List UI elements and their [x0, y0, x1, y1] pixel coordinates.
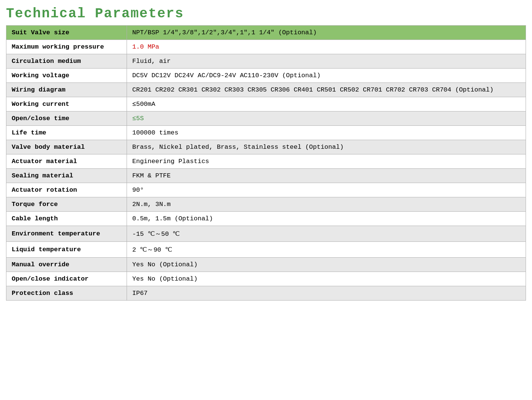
table-row: Open/close time≤5S	[6, 111, 526, 126]
param-label: Torque force	[6, 197, 127, 212]
param-label: Working voltage	[6, 69, 127, 83]
param-label: Manual override	[6, 258, 127, 272]
param-label: Valve body material	[6, 140, 127, 154]
table-row: Environment temperature-15 ℃～50 ℃	[6, 226, 526, 242]
param-value: Engineering Plastics	[127, 154, 526, 169]
param-label: Environment temperature	[6, 226, 127, 242]
table-row: Actuator materialEngineering Plastics	[6, 154, 526, 169]
param-value: FKM & PTFE	[127, 169, 526, 183]
param-value: -15 ℃～50 ℃	[127, 226, 526, 242]
param-value: 90°	[127, 183, 526, 197]
table-row: Suit Valve sizeNPT/BSP 1/4″,3/8″,1/2″,3/…	[6, 26, 526, 40]
param-value: 2N.m, 3N.m	[127, 197, 526, 212]
param-label: Actuator material	[6, 154, 127, 169]
table-row: Protection classIP67	[6, 286, 526, 301]
table-row: Valve body materialBrass, Nickel plated,…	[6, 140, 526, 154]
param-label: Protection class	[6, 286, 127, 301]
param-label: Working current	[6, 97, 127, 111]
page-title: Technical Parameters	[6, 6, 526, 21]
param-value: 1.0 MPa	[127, 40, 526, 54]
table-row: Sealing materialFKM & PTFE	[6, 169, 526, 183]
table-row: Life time100000 times	[6, 126, 526, 140]
param-value: Brass, Nickel plated, Brass, Stainless s…	[127, 140, 526, 154]
param-value: ≤5S	[127, 111, 526, 126]
param-value: CR201 CR202 CR301 CR302 CR303 CR305 CR30…	[127, 83, 526, 97]
param-label: Maximum working pressure	[6, 40, 127, 54]
param-label: Life time	[6, 126, 127, 140]
param-label: Suit Valve size	[6, 26, 127, 40]
table-row: Open/close indicatorYes No (Optional)	[6, 272, 526, 286]
table-row: Manual overrideYes No (Optional)	[6, 258, 526, 272]
param-value: DC5V DC12V DC24V AC/DC9-24V AC110-230V (…	[127, 69, 526, 83]
param-value: Fluid, air	[127, 54, 526, 69]
param-value: 100000 times	[127, 126, 526, 140]
table-row: Circulation mediumFluid, air	[6, 54, 526, 69]
param-label: Open/close time	[6, 111, 127, 126]
param-value: Yes No (Optional)	[127, 258, 526, 272]
param-label: Cable length	[6, 212, 127, 226]
param-value: Yes No (Optional)	[127, 272, 526, 286]
param-label: Circulation medium	[6, 54, 127, 69]
param-label: Wiring diagram	[6, 83, 127, 97]
table-row: Working voltageDC5V DC12V DC24V AC/DC9-2…	[6, 69, 526, 83]
parameters-table: Suit Valve sizeNPT/BSP 1/4″,3/8″,1/2″,3/…	[6, 25, 526, 301]
table-row: Torque force2N.m, 3N.m	[6, 197, 526, 212]
param-value: NPT/BSP 1/4″,3/8″,1/2″,3/4″,1″,1 1/4″ (O…	[127, 26, 526, 40]
param-value: 2 ℃～90 ℃	[127, 242, 526, 258]
param-value: 0.5m, 1.5m (Optional)	[127, 212, 526, 226]
param-value: IP67	[127, 286, 526, 301]
param-label: Liquid temperature	[6, 242, 127, 258]
table-row: Cable length0.5m, 1.5m (Optional)	[6, 212, 526, 226]
table-row: Maximum working pressure1.0 MPa	[6, 40, 526, 54]
param-label: Actuator rotation	[6, 183, 127, 197]
param-label: Open/close indicator	[6, 272, 127, 286]
param-label: Sealing material	[6, 169, 127, 183]
table-row: Wiring diagramCR201 CR202 CR301 CR302 CR…	[6, 83, 526, 97]
param-value: ≤500mA	[127, 97, 526, 111]
table-row: Actuator rotation90°	[6, 183, 526, 197]
table-row: Working current≤500mA	[6, 97, 526, 111]
table-row: Liquid temperature2 ℃～90 ℃	[6, 242, 526, 258]
